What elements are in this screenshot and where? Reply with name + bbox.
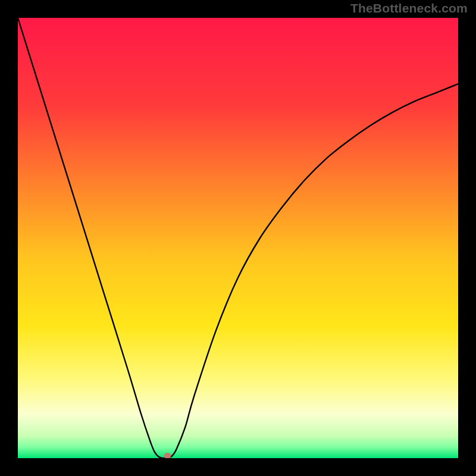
gradient-background — [18, 18, 458, 458]
chart-frame: TheBottleneck.com — [0, 0, 476, 476]
chart-svg — [18, 18, 458, 458]
watermark-text: TheBottleneck.com — [350, 1, 468, 15]
plot-area — [18, 18, 458, 458]
